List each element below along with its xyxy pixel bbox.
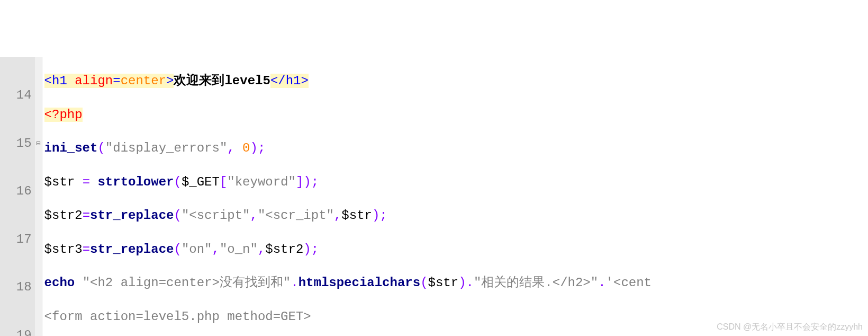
code-line[interactable]: <h1 align=center>欢迎来到level5</h1>	[44, 72, 868, 91]
code-editor[interactable]: 14 15 16 17 18 19 20 21 22 23 24 25 26 2…	[0, 57, 868, 336]
attr: align	[75, 74, 113, 88]
kw: echo	[44, 276, 83, 290]
number: 0	[242, 141, 250, 155]
line-number: 17	[1, 230, 32, 250]
comma: ,	[334, 208, 341, 223]
fn: strtolower	[97, 175, 174, 189]
string: "o_n"	[220, 242, 258, 257]
code-line[interactable]: $str3=str_replace("on","o_n",$str2);	[44, 240, 868, 260]
op: =	[83, 208, 90, 223]
var: $str	[44, 175, 83, 189]
var: $str	[341, 208, 372, 223]
comma: ,	[212, 242, 219, 257]
op: .	[291, 276, 298, 290]
string: "display_errors"	[105, 141, 227, 155]
fn: str_replace	[90, 242, 174, 257]
paren: ).	[458, 276, 474, 290]
paren: );	[250, 141, 266, 155]
string: "on"	[182, 242, 212, 257]
line-number: 18	[1, 278, 32, 297]
paren: (	[97, 141, 105, 155]
string: "keyword"	[227, 175, 296, 189]
paren: );	[372, 208, 387, 223]
op: .	[598, 276, 605, 290]
var: $_GET	[182, 175, 220, 189]
fold-marker[interactable]	[35, 326, 42, 337]
var: $str	[428, 276, 459, 290]
fold-marker[interactable]	[35, 278, 42, 297]
fold-marker[interactable]	[35, 182, 42, 201]
string: "<script"	[182, 208, 250, 223]
line-number: 19	[1, 326, 32, 337]
fold-marker[interactable]: ⊟	[35, 134, 42, 154]
code-area[interactable]: <h1 align=center>欢迎来到level5</h1> <?php i…	[42, 57, 868, 336]
paren: (	[174, 208, 181, 223]
attrval: center	[121, 74, 166, 88]
comma: ,	[227, 141, 242, 155]
var: $str3	[44, 242, 83, 257]
fn: str_replace	[90, 208, 174, 223]
paren: (	[420, 276, 428, 290]
code-line[interactable]: $str = strtolower($_GET["keyword"]);	[44, 173, 868, 192]
line-number-gutter: 14 15 16 17 18 19 20 21 22 23 24 25 26 2…	[0, 57, 35, 336]
op: =	[83, 242, 90, 257]
fold-column: ⊟ ⊟	[35, 57, 42, 336]
paren: (	[174, 175, 181, 189]
string: "<scr_ipt"	[258, 208, 334, 223]
string: <form action=level5.php method=GET>	[44, 310, 311, 324]
bracket: [	[220, 175, 227, 189]
op: =	[83, 175, 98, 189]
code-line[interactable]: ini_set("display_errors", 0);	[44, 139, 868, 158]
var: $str2	[44, 208, 83, 223]
code-line[interactable]: <?php	[44, 105, 868, 125]
line-number: 15	[1, 134, 32, 154]
line-number: 16	[1, 182, 32, 201]
fn: htmlspecialchars	[299, 276, 420, 290]
string: '<cent	[606, 276, 652, 290]
php-open: <?php	[44, 108, 83, 122]
string: "<h2 align=center>没有找到和"	[83, 276, 291, 290]
line-number: 14	[1, 86, 32, 105]
comma: ,	[250, 208, 258, 223]
var: $str2	[265, 242, 303, 257]
fold-marker[interactable]	[35, 230, 42, 250]
text: 欢迎来到level5	[174, 74, 270, 88]
tag: >	[166, 74, 174, 88]
paren: );	[303, 242, 319, 257]
eq: =	[113, 74, 120, 88]
watermark: CSDN @无名小卒且不会安全的zzyyhh	[717, 322, 863, 333]
tag: <h1	[44, 74, 75, 88]
fold-marker[interactable]	[35, 86, 42, 105]
tag: </h1>	[270, 74, 309, 88]
paren: ]);	[296, 175, 319, 189]
paren: (	[174, 242, 181, 257]
fn: ini_set	[44, 141, 98, 155]
code-line[interactable]: echo "<h2 align=center>没有找到和".htmlspecia…	[44, 273, 868, 293]
comma: ,	[258, 242, 265, 257]
string: "相关的结果.</h2>"	[474, 276, 598, 290]
code-line[interactable]: $str2=str_replace("<script","<scr_ipt",$…	[44, 206, 868, 226]
